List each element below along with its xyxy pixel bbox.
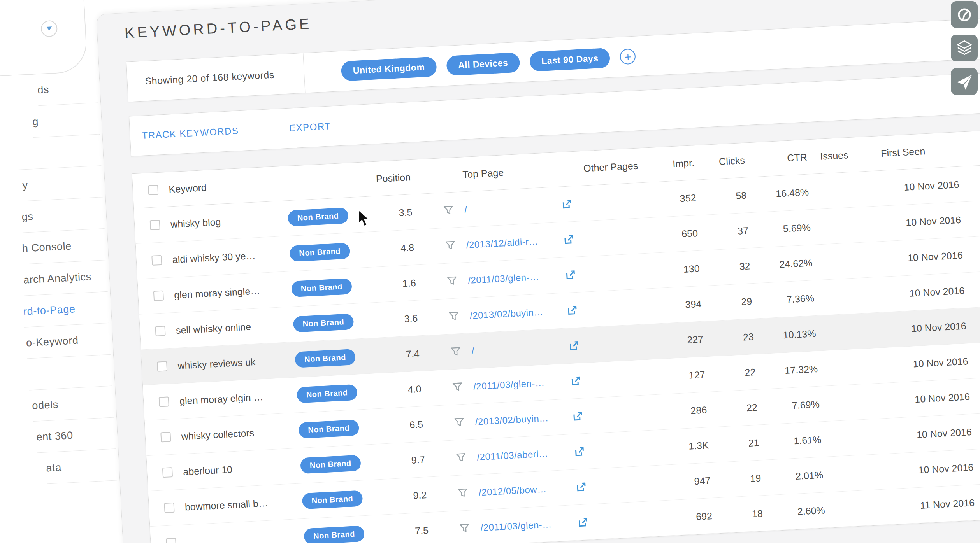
impressions-cell: 394 [651, 298, 702, 312]
position-cell: 7.5 [385, 524, 429, 538]
filter-funnel-icon[interactable] [450, 346, 461, 357]
position-cell: 3.5 [369, 207, 413, 220]
top-page-link[interactable]: /2013/12/aldi-r… [466, 236, 539, 250]
filter-funnel-icon[interactable] [446, 275, 458, 286]
filter-funnel-icon[interactable] [448, 311, 459, 321]
ctr-cell: 5.69% [748, 222, 811, 236]
sidebar-item[interactable]: ent 360 [35, 417, 116, 453]
sidebar-item-label: ds [37, 83, 49, 96]
sidebar-item[interactable]: ds [37, 72, 98, 106]
col-first-seen[interactable]: First Seen [861, 142, 980, 160]
top-page-link[interactable]: /2012/05/bow… [478, 483, 547, 497]
sidebar-item[interactable]: h Console [21, 229, 106, 264]
external-link-icon[interactable] [561, 198, 573, 210]
sidebar-item[interactable] [28, 355, 112, 391]
top-page-link[interactable]: / [471, 345, 475, 356]
col-top-page[interactable]: Top Page [455, 164, 553, 180]
row-checkbox[interactable] [157, 361, 167, 371]
row-checkbox[interactable] [155, 326, 165, 336]
filter-pill[interactable]: United Kingdom [341, 56, 437, 81]
clicks-cell: 37 [697, 225, 748, 239]
filter-funnel-icon[interactable] [457, 488, 468, 498]
clicks-cell: 22 [705, 366, 756, 380]
history-button[interactable] [951, 1, 978, 28]
row-checkbox[interactable] [150, 220, 160, 230]
filter-pill[interactable]: Last 90 Days [529, 47, 611, 71]
top-page-link[interactable]: /2011/03/glen-… [480, 518, 552, 532]
col-other-pages[interactable]: Other Pages [578, 159, 644, 174]
first-seen-cell: 10 Nov 2016 [877, 460, 980, 478]
top-page-link[interactable]: /2011/03/glen-… [468, 271, 539, 285]
top-page-link[interactable]: /2011/03/aberl… [477, 448, 548, 462]
issues-cell [812, 260, 867, 263]
top-page-link[interactable]: /2013/02/buyin… [475, 412, 549, 427]
col-keyword[interactable]: Keyword [162, 178, 286, 195]
sidebar-item[interactable]: gs [21, 197, 105, 233]
row-checkbox[interactable] [153, 291, 164, 301]
external-link-icon[interactable] [577, 516, 589, 528]
position-cell: 9.2 [384, 489, 427, 503]
track-keywords-button[interactable]: TRACK KEYWORDS [142, 125, 239, 141]
collapse-button[interactable] [40, 20, 58, 37]
sidebar-item[interactable]: g [32, 103, 100, 138]
sidebar-item-label: gs [21, 210, 33, 223]
row-checkbox[interactable] [166, 538, 176, 543]
sidebar-item-label: y [22, 179, 28, 191]
external-link-icon[interactable] [563, 233, 575, 245]
external-link-icon[interactable] [570, 375, 582, 387]
sidebar-item[interactable]: o-Keyword [25, 323, 111, 359]
select-all-checkbox[interactable] [148, 185, 158, 195]
export-button[interactable]: EXPORT [289, 121, 331, 133]
col-issues[interactable]: Issues [807, 149, 862, 163]
top-page-link[interactable]: /2011/03/glen-… [473, 377, 545, 391]
external-link-icon[interactable] [575, 481, 587, 493]
row-checkbox[interactable] [159, 396, 169, 407]
sidebar-item-label: o-Keyword [26, 334, 79, 349]
col-ctr[interactable]: CTR [745, 151, 807, 166]
external-link-icon[interactable] [566, 304, 578, 316]
sidebar-item[interactable] [17, 134, 102, 170]
clicks-cell: 22 [706, 401, 757, 415]
brand-badge: Non Brand [304, 525, 365, 543]
sidebar-item[interactable]: rd-to-Page [23, 292, 109, 328]
sidebar-item[interactable]: y [22, 166, 103, 201]
row-checkbox[interactable] [151, 255, 162, 266]
filter-funnel-icon[interactable] [444, 240, 456, 250]
external-link-icon[interactable] [573, 445, 585, 457]
add-filter-button[interactable]: + [620, 48, 636, 65]
filter-funnel-icon[interactable] [452, 382, 463, 392]
ctr-cell: 17.32% [755, 363, 818, 377]
issues-cell [821, 436, 876, 439]
col-impressions[interactable]: Impr. [643, 157, 694, 171]
position-cell: 4.8 [371, 242, 414, 255]
col-clicks[interactable]: Clicks [694, 154, 745, 168]
send-button[interactable] [951, 68, 978, 95]
col-position[interactable]: Position [367, 172, 411, 185]
other-pages-cell [590, 412, 656, 416]
brand-badge: Non Brand [293, 314, 354, 333]
top-page-link[interactable]: /2013/02/buyin… [469, 307, 543, 321]
external-link-icon[interactable] [564, 269, 576, 281]
row-checkbox[interactable] [162, 467, 173, 478]
first-seen-cell: 10 Nov 2016 [875, 425, 980, 442]
external-link-icon[interactable] [568, 340, 580, 352]
issues-cell [811, 224, 865, 227]
filter-funnel-icon[interactable] [459, 523, 470, 534]
sidebar-item[interactable]: arch Analytics [23, 260, 108, 296]
filter-funnel-icon[interactable] [443, 205, 454, 215]
ctr-cell: 10.13% [753, 328, 816, 342]
external-link-icon[interactable] [572, 410, 584, 422]
row-checkbox[interactable] [160, 432, 171, 442]
filter-pill[interactable]: All Devices [446, 52, 520, 75]
sidebar-item-label: arch Analytics [23, 270, 91, 286]
top-page-link[interactable]: / [464, 204, 468, 214]
keyword-cell: whisky collectors [174, 425, 299, 442]
filter-funnel-icon[interactable] [455, 452, 467, 463]
row-checkbox[interactable] [164, 503, 174, 513]
sidebar-item[interactable]: ata [45, 449, 117, 484]
clicks-cell: 23 [703, 331, 754, 345]
sidebar-item[interactable]: odels [31, 386, 114, 422]
impressions-cell: 947 [660, 475, 711, 489]
layers-button[interactable] [951, 35, 978, 61]
filter-funnel-icon[interactable] [453, 417, 465, 427]
